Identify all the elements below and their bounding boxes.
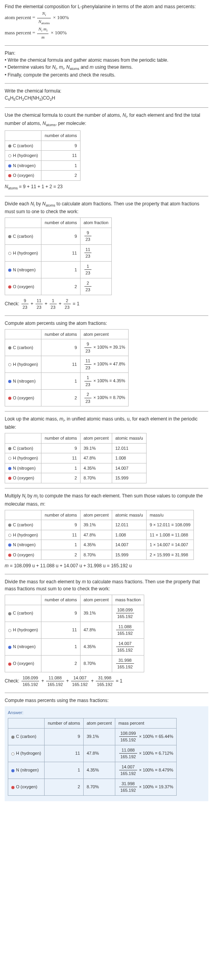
n-count: 1: [45, 762, 84, 779]
c-count: 9: [41, 443, 81, 453]
o-count: 2: [41, 655, 81, 672]
h-pct: 47.8%: [83, 745, 115, 762]
divider: [5, 411, 208, 412]
oxygen-dot-icon: [8, 477, 11, 480]
table-row: N (nitrogen)1: [5, 160, 81, 171]
n-label: N (nitrogen): [13, 267, 36, 272]
o-count: 2: [41, 278, 81, 295]
hdr-pct: atom percent: [83, 718, 115, 729]
oxygen-dot-icon: [11, 786, 14, 789]
table-row: N (nitrogen)1123: [5, 261, 112, 278]
o-mass: 15.999: [112, 473, 146, 483]
n-label: N (nitrogen): [13, 379, 36, 383]
o-label: O (oxygen): [13, 552, 34, 557]
table-row: O (oxygen)28.70%31.998165.192: [5, 655, 144, 672]
molmass-sum: m = 108.099 u + 11.088 u + 14.007 u + 31…: [5, 562, 208, 569]
final-text: Compute mass percents using the mass fra…: [5, 697, 208, 704]
c-count: 9: [41, 339, 81, 356]
massmult-text: Multiply Ni by mi to compute the mass fo…: [5, 492, 208, 508]
h-label: H (hydrogen): [13, 153, 38, 158]
natoms-sum: Natoms = 9 + 11 + 1 + 2 = 23: [5, 183, 208, 191]
c-count: 9: [41, 520, 81, 530]
n-pct: 4.35%: [83, 762, 115, 779]
h-count: 11: [41, 356, 81, 373]
c-mf: 108.099165.192: [112, 605, 144, 622]
fraccheck: Check: 923 + 1123 + 123 + 223 = 1: [5, 298, 208, 311]
h-pct: 1123 × 100% = 47.8%: [80, 356, 129, 373]
table-row: C (carbon)939.1%12.011: [5, 443, 147, 453]
table-row: H (hydrogen)1147.8%11.088165.192 × 100% …: [8, 745, 177, 762]
c-mass: 12.011: [112, 443, 146, 453]
table-row: H (hydrogen)111123 × 100% = 47.8%: [5, 356, 129, 373]
n-count: 1: [41, 540, 81, 550]
carbon-dot-icon: [8, 235, 11, 238]
o-pct: 8.70%: [83, 779, 115, 795]
o-count: 2: [41, 550, 81, 560]
c-label: C (carbon): [13, 234, 33, 239]
table-row: O (oxygen)2223 × 100% = 8.70%: [5, 390, 129, 406]
c-pct: 923 × 100% = 39.1%: [80, 339, 129, 356]
hdr-atoms: number of atoms: [41, 433, 81, 444]
atomfrac-text: Divide each Ni by Natoms to calculate at…: [5, 200, 208, 216]
hydrogen-dot-icon: [11, 752, 14, 755]
massfrac-section: Divide the mass for each element by m to…: [5, 578, 208, 688]
n-label: N (nitrogen): [13, 163, 36, 168]
c-label: C (carbon): [13, 143, 33, 148]
n-calc: 1 × 14.007 = 14.007: [146, 540, 194, 550]
o-count: 2: [41, 390, 81, 406]
table-row: O (oxygen)28.70%15.9992 × 15.999 = 31.99…: [5, 550, 194, 560]
hdr-mass: atomic mass/u: [112, 433, 146, 444]
times-100: × 100%: [53, 14, 69, 20]
c-label: C (carbon): [13, 611, 33, 615]
hdr-pct: atom percent: [80, 433, 112, 444]
table-row: O (oxygen)28.70%15.999: [5, 473, 147, 483]
answer-box: Answer: number of atomsatom percentmass …: [5, 706, 208, 801]
masslookup-text: Look up the atomic mass, mi, in unified …: [5, 415, 208, 431]
atom-percent-frac: NiNatoms: [37, 10, 51, 26]
h-pct: 47.8%: [80, 530, 112, 540]
table-row: C (carbon)9: [5, 141, 81, 151]
carbon-dot-icon: [11, 736, 14, 739]
c-masspct: 108.099165.192 × 100% = 65.44%: [115, 728, 176, 745]
hdr-atoms: number of atoms: [41, 510, 81, 520]
table-row: O (oxygen)28.70%31.998165.192 × 100% = 1…: [8, 779, 177, 795]
nitrogen-dot-icon: [8, 164, 11, 167]
n-label: N (nitrogen): [13, 466, 36, 470]
h-label: H (hydrogen): [13, 362, 38, 367]
h-label: H (hydrogen): [13, 627, 38, 632]
table-row: C (carbon)9923 × 100% = 39.1%: [5, 339, 129, 356]
mass-percent-frac: Ni mim: [37, 26, 48, 40]
nitrogen-dot-icon: [8, 467, 11, 470]
h-calc: 11 × 1.008 = 11.088: [146, 530, 194, 540]
chemical-formula: C6H5CH2CH(NH2)CO2H: [5, 94, 208, 103]
hydrogen-dot-icon: [8, 363, 11, 366]
table-row: N (nitrogen)14.35%14.0071 × 14.007 = 14.…: [5, 540, 194, 550]
carbon-dot-icon: [8, 346, 11, 349]
hdr-atoms: number of atoms: [41, 329, 81, 339]
count-text: Use the chemical formula to count the nu…: [5, 112, 208, 128]
h-masspct: 11.088165.192 × 100% = 6.712%: [115, 745, 176, 762]
masslookup-table: number of atomsatom percentatomic mass/u…: [5, 433, 147, 483]
h-count: 11: [41, 244, 81, 261]
nitrogen-dot-icon: [8, 380, 11, 383]
h-label: H (hydrogen): [13, 251, 38, 255]
count-table: number of atoms C (carbon)9 H (hydrogen)…: [5, 130, 81, 181]
nitrogen-dot-icon: [8, 269, 11, 272]
mass-percent-lhs: mass percent =: [5, 30, 35, 36]
h-count: 11: [41, 151, 81, 161]
h-mass: 1.008: [112, 530, 146, 540]
nitrogen-dot-icon: [11, 769, 14, 772]
table-row: H (hydrogen)1147.8%1.00811 × 1.008 = 11.…: [5, 530, 194, 540]
table-row: N (nitrogen)1123 × 100% = 4.35%: [5, 373, 129, 390]
o-label: O (oxygen): [16, 784, 37, 789]
divider: [5, 196, 208, 196]
o-frac: 223: [80, 278, 112, 295]
hdr-mf: mass fraction: [112, 595, 144, 605]
table-row: O (oxygen)2: [5, 171, 81, 181]
hydrogen-dot-icon: [8, 534, 11, 537]
table-row: C (carbon)939.1%108.099165.192: [5, 605, 144, 622]
divider: [5, 45, 208, 46]
o-pct: 8.70%: [80, 473, 112, 483]
hydrogen-dot-icon: [8, 629, 11, 632]
n-pct: 123 × 100% = 4.35%: [80, 373, 129, 390]
